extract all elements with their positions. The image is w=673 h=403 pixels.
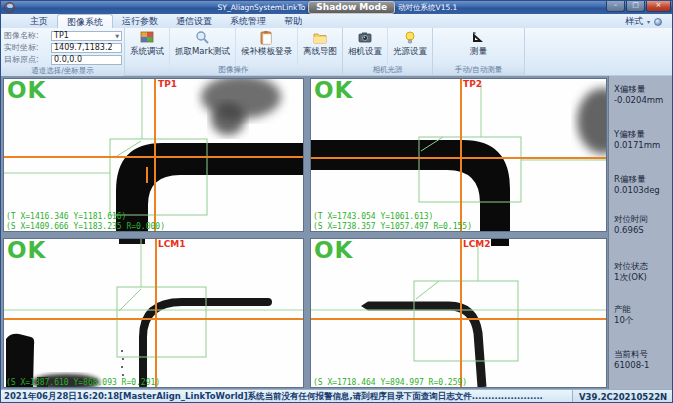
folder-icon xyxy=(312,30,328,45)
chevron-down-icon: ▼ xyxy=(115,33,119,39)
status-badge: OK xyxy=(314,78,353,103)
align-time-readout: 对位时间0.696S xyxy=(614,214,648,235)
camera-name-label: LCM1 xyxy=(158,239,186,249)
shadow-mode-badge: Shadow Mode xyxy=(308,1,395,14)
offline-map-button[interactable]: 离线导图 xyxy=(298,28,342,65)
group-measure: 测量 手动/自动测量 xyxy=(433,28,525,75)
tab-home[interactable]: 主页 xyxy=(21,14,57,28)
tp1-image xyxy=(4,79,304,232)
camera-settings-button[interactable]: 相机设置 xyxy=(343,28,388,65)
camera-icon xyxy=(357,30,373,45)
camera-name-label: LCM2 xyxy=(463,239,491,249)
realtime-coord-field[interactable]: 1409.7,1183.2 xyxy=(51,43,122,53)
template-register-button[interactable]: 候补模板登录 xyxy=(236,28,298,65)
tp2-image xyxy=(311,79,607,232)
group-label-camera-light: 相机光源 xyxy=(343,65,432,75)
camera-view-lcm1[interactable]: OK LCM1 (S X=1387.610 Y=868.093 R=0.291) xyxy=(3,238,304,388)
image-name-label: 图像名称: xyxy=(4,30,51,41)
app-window: SY_AliagnSystemLinkTo Shadow Mode 动对位系统V… xyxy=(0,0,673,403)
tab-system-mgmt[interactable]: 系统管理 xyxy=(221,14,275,28)
maximize-button[interactable]: □ xyxy=(626,1,645,12)
group-camera-light: 相机设置 光源设置 相机光源 xyxy=(343,28,433,75)
camera-view-tp2[interactable]: OK TP2 (T X=1743.054 Y=1061.613) (S X=17… xyxy=(310,78,607,232)
coordinate-readout: (S X=1718.464 Y=894.997 R=0.259) xyxy=(313,378,467,388)
tab-comm-settings[interactable]: 通信设置 xyxy=(167,14,221,28)
status-bar: 2021年06月28日16:20:18[MasterAlign_LinkToWo… xyxy=(1,389,673,403)
camera-view-lcm2[interactable]: OK LCM2 (S X=1718.464 Y=894.997 R=0.259) xyxy=(310,238,607,388)
camera-grid: OK TP1 (T X=1416.346 Y=1181.616) (S X=14… xyxy=(1,76,673,389)
measure-triangle-icon xyxy=(470,30,486,45)
tab-run-params[interactable]: 运行参数 xyxy=(113,14,167,28)
y-offset-readout: Y偏移量0.0171mm xyxy=(614,129,660,150)
light-settings-button[interactable]: 光源设置 xyxy=(388,28,432,65)
align-status-readout: 对位状态1次(OK) xyxy=(614,261,648,282)
clipboard-icon xyxy=(258,30,274,45)
status-badge: OK xyxy=(314,238,353,263)
system-debug-button[interactable]: 系统调试 xyxy=(125,28,170,65)
measure-button[interactable]: 测量 xyxy=(465,28,492,65)
bulb-icon xyxy=(402,30,418,45)
realtime-coord-label: 实时坐标: xyxy=(4,42,51,53)
coordinate-readout: (S X=1387.610 Y=868.093 R=0.291) xyxy=(6,378,160,388)
results-sidebar: X偏移量-0.0204mm Y偏移量0.0171mm R偏移量0.0103deg… xyxy=(608,76,673,389)
minimize-button[interactable]: – xyxy=(606,1,625,12)
window-title-right: 动对位系统V15.1 xyxy=(398,3,457,13)
lcm2-image xyxy=(311,239,607,388)
coordinate-readout: (T X=1416.346 Y=1181.616) (S X=1409.666 … xyxy=(6,212,165,231)
group-label-image-ops: 图像操作 xyxy=(125,65,342,75)
camera-name-label: TP2 xyxy=(463,79,482,89)
group-label-measure: 手动/自动测量 xyxy=(433,65,524,75)
style-dropdown[interactable]: 样式 xyxy=(625,15,643,28)
tab-help[interactable]: 帮助 xyxy=(275,14,311,28)
chevron-down-icon: ▾ xyxy=(647,18,650,25)
camera-view-tp1[interactable]: OK TP1 (T X=1416.346 Y=1181.616) (S X=14… xyxy=(3,78,304,232)
close-button[interactable]: × xyxy=(646,1,671,12)
status-message: 2021年06月28日16:20:18[MasterAlign_LinkToWo… xyxy=(1,391,572,403)
x-offset-readout: X偏移量-0.0204mm xyxy=(614,84,663,105)
output-count-readout: 产能10个 xyxy=(614,304,633,325)
image-name-select[interactable]: TP1▼ xyxy=(51,31,122,41)
part-number-readout: 当前料号61008-1 xyxy=(614,349,650,370)
debug-cube-icon xyxy=(139,30,155,45)
target-origin-field[interactable]: 0.0,0.0 xyxy=(51,55,122,65)
target-origin-label: 目标原点: xyxy=(4,54,51,65)
status-badge: OK xyxy=(7,238,46,263)
group-image-ops: 系统调试 抓取Mark测试 候补模板登录 xyxy=(125,28,343,75)
window-title-left: SY_AliagnSystemLinkTo xyxy=(218,3,306,12)
r-offset-readout: R偏移量0.0103deg xyxy=(614,174,660,195)
group-channel-coords: 图像名称: TP1▼ 实时坐标: 1409.7,1183.2 目标原点: 0.0… xyxy=(1,28,125,75)
coordinate-readout: (T X=1743.054 Y=1061.613) (S X=1738.357 … xyxy=(313,212,472,231)
version-label: V39.2C20210522N xyxy=(572,390,673,403)
status-badge: OK xyxy=(7,78,46,103)
title-bar: SY_AliagnSystemLinkTo Shadow Mode 动对位系统V… xyxy=(1,1,673,14)
ribbon-toolbar: 图像名称: TP1▼ 实时坐标: 1409.7,1183.2 目标原点: 0.0… xyxy=(1,28,673,76)
group-label-channel: 通道选择/坐标显示 xyxy=(1,66,124,76)
tab-image-system[interactable]: 图像系统 xyxy=(57,14,113,28)
grab-mark-test-button[interactable]: 抓取Mark测试 xyxy=(170,28,236,65)
app-menu-orb-icon[interactable] xyxy=(4,2,15,13)
style-options-icon[interactable] xyxy=(654,18,662,26)
lcm1-image xyxy=(4,239,304,388)
magnifier-icon xyxy=(194,30,210,45)
camera-name-label: TP1 xyxy=(158,79,177,89)
ribbon-tab-bar: 主页 图像系统 运行参数 通信设置 系统管理 帮助 xyxy=(1,14,673,28)
